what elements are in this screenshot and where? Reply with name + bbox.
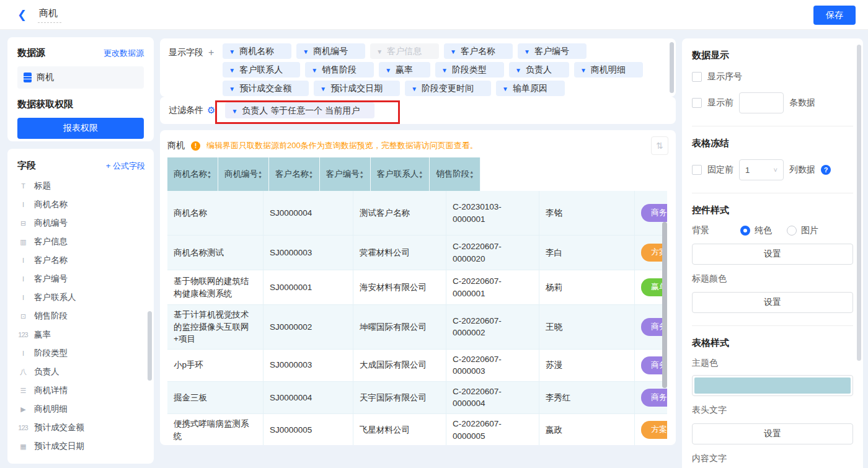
background-setting-button[interactable]: 设置 <box>692 244 853 265</box>
chevron-down-icon[interactable]: ▼ <box>411 86 417 92</box>
field-item[interactable]: T 标题 <box>17 177 145 195</box>
display-field-chip[interactable]: ▼客户联系人 <box>223 62 300 77</box>
header-text-setting-button[interactable]: 设置 <box>692 423 853 444</box>
chevron-down-icon[interactable]: ▼ <box>376 48 383 55</box>
theme-color-swatch[interactable] <box>692 375 853 396</box>
add-formula-field-link[interactable]: + 公式字段 <box>106 161 145 172</box>
field-item[interactable]: ⊟ 商机编号 <box>17 214 145 232</box>
save-button[interactable]: 保存 <box>813 6 856 25</box>
table-row[interactable]: 小p手环 SJ0000003 大成国际有限公司 C-20220607-00000… <box>167 350 667 382</box>
field-item[interactable]: ☰ 商机详情 <box>17 381 145 400</box>
field-item[interactable]: 123 预计成交金额 <box>17 418 145 437</box>
table-row[interactable]: 便携式哮喘病监测系统 SJ0000005 飞星材料公司 C-20220607-0… <box>167 414 667 445</box>
chip-label: 输单原因 <box>513 83 547 93</box>
field-item[interactable]: I 客户联系人 <box>17 288 145 307</box>
field-item[interactable]: ▦ 预计成交日期 <box>17 437 145 456</box>
display-field-chip[interactable]: ▼预计成交金额 <box>223 81 309 96</box>
chevron-down-icon[interactable]: ▼ <box>385 67 391 74</box>
table-header-cell[interactable]: 商机编号 ▲▼ <box>218 157 269 191</box>
chevron-down-icon[interactable]: ▼ <box>229 86 235 92</box>
chevron-down-icon[interactable]: ▼ <box>303 48 309 55</box>
page-title[interactable]: 商机 <box>38 6 61 23</box>
sort-arrows-icon[interactable]: ▲▼ <box>418 170 423 179</box>
cell-opportunity-code: SJ0000003 <box>264 350 353 382</box>
chevron-down-icon[interactable]: ▼ <box>320 86 326 92</box>
display-field-chip[interactable]: ▼阶段变更时间 <box>405 81 491 96</box>
title-color-setting-button[interactable]: 设置 <box>692 292 853 313</box>
field-item[interactable]: I 阶段类型 <box>17 344 145 363</box>
table-header-cell[interactable]: 商机名称 ▲▼ <box>167 157 218 191</box>
field-item[interactable]: ▥ 客户信息 <box>17 232 145 251</box>
datasource-item[interactable]: 商机 <box>17 66 144 89</box>
table-row[interactable]: 商机名称 SJ0000004 测试客户名称 C-20230103-0000001… <box>167 191 667 236</box>
field-item[interactable]: 123 赢率 <box>17 325 145 344</box>
field-item[interactable]: ▶ 商机明细 <box>17 400 145 418</box>
display-field-chip[interactable]: ▼客户编号 <box>518 43 587 59</box>
table-vertical-scrollbar[interactable] <box>662 222 667 388</box>
table-header-cell[interactable]: 客户编号 ▲▼ <box>320 157 371 191</box>
chevron-down-icon[interactable]: ▼ <box>450 48 456 55</box>
sort-arrows-icon[interactable]: ▲▼ <box>258 170 262 179</box>
chevron-down-icon[interactable]: ▼ <box>229 67 235 74</box>
display-field-chip[interactable]: ▼负责人 <box>509 62 569 77</box>
filter-condition-chip[interactable]: ▼负责人 等于任意一个 当前用户 <box>225 102 374 118</box>
sort-arrows-icon[interactable]: ▲▼ <box>207 170 211 179</box>
cell-opportunity-name: 基于物联网的建筑结构健康检测系统 <box>167 270 264 305</box>
chevron-down-icon[interactable]: ▼ <box>231 108 237 115</box>
sort-arrows-icon[interactable]: ▲▼ <box>469 170 474 179</box>
display-field-chip[interactable]: ▼阶段类型 <box>435 62 504 77</box>
sort-arrows-icon[interactable]: ▲▼ <box>309 170 313 179</box>
settings-scrollbar[interactable] <box>857 45 861 361</box>
show-index-checkbox[interactable] <box>692 72 702 82</box>
chip-label: 赢率 <box>396 64 413 74</box>
field-item[interactable]: I 客户编号 <box>17 270 145 288</box>
cell-customer-name: 飞星材料公司 <box>353 414 446 445</box>
chevron-down-icon[interactable]: ▼ <box>441 67 448 74</box>
report-permission-button[interactable]: 报表权限 <box>17 118 144 139</box>
display-field-chip[interactable]: ▼销售阶段 <box>305 62 374 77</box>
change-datasource-link[interactable]: 更改数据源 <box>104 48 144 59</box>
chevron-down-icon[interactable]: ▼ <box>515 67 521 74</box>
solid-color-radio[interactable] <box>740 226 750 236</box>
back-icon[interactable]: ❮ <box>17 8 27 22</box>
fields-scrollbar[interactable] <box>148 311 152 381</box>
table-row[interactable]: 基于计算机视觉技术的监控摄像头互联网+项目 SJ0000002 坤曜国际有限公司… <box>167 305 667 350</box>
row-limit-input[interactable] <box>739 92 784 113</box>
table-row[interactable]: 掘金三板 SJ0000004 天宇国际有限公司 C-20220607-00000… <box>167 382 667 414</box>
display-field-chip[interactable]: ▼预计成交日期 <box>314 81 400 96</box>
display-field-chip[interactable]: ▼输单原因 <box>496 81 565 96</box>
table-header-cell[interactable]: 销售阶段 ▲▼ <box>430 157 480 191</box>
field-item[interactable]: I 商机名称 <box>17 195 145 214</box>
freeze-columns-checkbox[interactable] <box>692 165 702 175</box>
chevron-down-icon[interactable]: ▼ <box>311 67 317 74</box>
content-text-label: 内容文字 <box>692 453 853 464</box>
display-field-chip[interactable]: ▼商机明细 <box>574 62 643 77</box>
freeze-count-select[interactable]: 1 ˅ <box>739 159 784 180</box>
field-item[interactable]: ⊡ 销售阶段 <box>17 307 145 325</box>
help-question-icon[interactable]: ? <box>821 165 831 175</box>
image-radio[interactable] <box>787 226 797 236</box>
chevron-down-icon[interactable]: ▼ <box>502 86 508 92</box>
cell-customer-name: 坤曜国际有限公司 <box>353 305 446 350</box>
display-field-chip[interactable]: ▼赢率 <box>379 62 430 77</box>
field-item[interactable]: I 客户名称 <box>17 251 145 270</box>
show-first-checkbox[interactable] <box>692 98 702 108</box>
display-field-chip[interactable]: ▼商机名称 <box>223 43 291 59</box>
table-header-cell[interactable]: 客户联系人 ▲▼ <box>371 157 430 191</box>
add-display-field-button[interactable]: + <box>208 47 214 58</box>
chevron-down-icon[interactable]: ▼ <box>580 67 587 74</box>
chevron-down-icon[interactable]: ▼ <box>524 48 530 55</box>
display-field-chip[interactable]: ▼客户信息 <box>370 43 439 59</box>
display-fields-scrollbar[interactable] <box>670 42 674 93</box>
sort-arrows-icon[interactable]: ▲▼ <box>360 170 364 179</box>
cell-opportunity-code: SJ0000003 <box>264 236 353 270</box>
display-field-chip[interactable]: ▼商机编号 <box>296 43 365 59</box>
sort-order-icon[interactable]: ⇅ <box>651 136 668 155</box>
filter-settings-gear-icon[interactable]: ⚙ <box>207 105 215 116</box>
table-row[interactable]: 基于物联网的建筑结构健康检测系统 SJ0000001 海安材料有限公司 C-20… <box>167 270 667 305</box>
chevron-down-icon[interactable]: ▼ <box>229 48 235 55</box>
table-header-cell[interactable]: 客户名称 ▲▼ <box>269 157 320 191</box>
display-field-chip[interactable]: ▼客户名称 <box>444 43 513 59</box>
table-row[interactable]: 商机名称测试 SJ0000003 蓂霍材料公司 C-20220607-00000… <box>167 236 667 270</box>
field-item[interactable]: 八 负责人 <box>17 363 145 381</box>
